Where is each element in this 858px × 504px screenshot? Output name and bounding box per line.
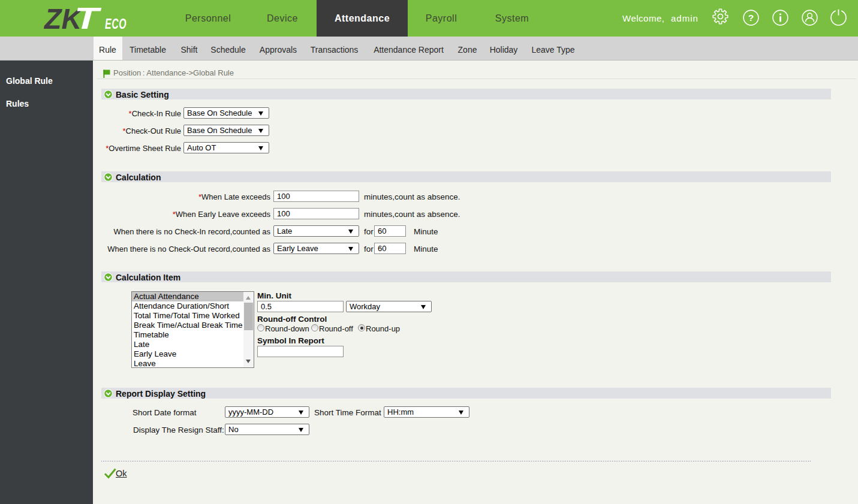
svg-text:?: ? (748, 13, 754, 23)
